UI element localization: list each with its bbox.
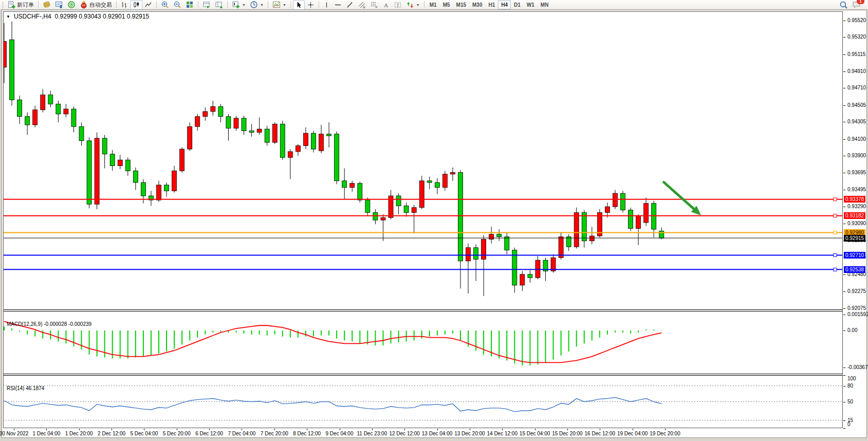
time-tick [665,429,666,430]
bar-chart-button[interactable] [119,0,131,10]
equidistant-channel-button[interactable]: E [356,0,368,10]
macd-label: MACD(12,26,9) -0.000028 -0.000239 [7,321,91,327]
time-tick [177,429,177,430]
market-watch-icon [55,1,63,9]
auto-trading-button[interactable]: 自动交易 [78,0,114,10]
trendline-button[interactable] [344,0,356,10]
axis-tick-label: 0.93495 [847,187,866,192]
fibonacci-letter: F [376,5,378,9]
axis-tick-label: 0.94505 [847,102,866,108]
time-tick-label: 19 Dec 20:00 [650,431,680,436]
search-icon[interactable] [839,1,848,9]
timeframe-h4[interactable]: H4 [498,1,511,9]
time-tick [144,429,144,430]
chart-window: ▼ USDCHF-,H4 0.92999 0.93043 0.92901 0.9… [2,10,867,438]
fibonacci-button[interactable]: F [368,0,380,10]
time-tick [112,429,112,430]
axis-tick [843,21,845,21]
axis-tick [843,37,845,38]
periods-button[interactable]: ▼ [248,0,266,10]
indicators-button[interactable]: ▼ [270,0,288,10]
vertical-line-button[interactable] [321,0,332,10]
timeframe-m15[interactable]: M15 [453,1,469,9]
time-tick-label: 13 Dec 04:00 [422,431,453,436]
toolbar-separator [116,1,117,8]
time-tick-label: 5 Dec 20:00 [163,431,191,436]
time-tick-label: 9 Dec 04:00 [326,431,354,436]
toolbar-separator [198,1,198,8]
candlestick-chart-button[interactable] [131,0,142,10]
timeframe-mn[interactable]: MN [538,1,552,9]
time-tick-label: 11 Dec 23:00 [357,431,387,436]
zoom-in-button[interactable] [159,0,171,10]
time-tick-label: 6 Dec 12:00 [195,431,223,436]
axis-tick [843,105,845,106]
timeframe-w1[interactable]: W1 [524,1,538,9]
zoom-in-icon [161,1,169,9]
timeframe-m5[interactable]: M5 [440,1,453,9]
line-chart-button[interactable] [142,0,154,10]
time-tick [437,429,438,430]
horizontal-line-button[interactable] [332,0,344,10]
toolbar-grip[interactable] [2,2,4,8]
price-axis[interactable]: 0.955200.953200.951150.949100.947100.945… [843,11,866,428]
time-tick-label: 1 Dec 04:00 [32,431,60,436]
notifications-button[interactable]: 1 [852,1,861,9]
axis-tick [843,122,845,122]
timeframe-d1[interactable]: D1 [511,1,524,9]
zoom-out-button[interactable] [171,0,183,10]
axis-tick [843,420,845,421]
time-tick-label: 15 Dec 20:00 [552,431,583,436]
time-tick-label: 16 Dec 12:00 [585,431,616,436]
navigator-button[interactable] [213,0,225,10]
cursor-arrow-icon [295,1,303,9]
time-tick-label: 13 Dec 20:00 [454,431,485,436]
toolbar-right: 1 [839,1,866,9]
crosshair-button[interactable] [305,0,317,10]
time-tick-label: 19 Dec 04:00 [617,431,648,436]
axis-tick-label: 80 [847,383,853,389]
axis-tick-label: 0.001592 [847,311,868,317]
new-chart-button[interactable]: ▼ [230,0,248,10]
price-tag: 0.92915 [844,235,865,242]
history-center-icon [43,1,51,9]
time-tick-label: 1 Dec 20:00 [65,431,93,436]
chart-canvas[interactable] [3,11,843,428]
indicators-icon [272,1,281,9]
market-watch-button[interactable] [53,0,65,10]
tile-windows-button[interactable] [183,0,196,10]
data-window-button[interactable] [200,0,213,10]
crosshair-icon [307,1,315,9]
axis-tick-label: 50 [847,399,853,405]
timeframe-m30[interactable]: M30 [469,1,485,9]
time-axis[interactable]: 30 Nov 20221 Dec 04:001 Dec 20:002 Dec 1… [3,429,843,436]
text-label-button[interactable]: T [392,0,404,10]
signals-button[interactable] [65,0,78,10]
axis-tick [843,139,845,140]
chart-menu-triangle-icon[interactable]: ▼ [6,14,10,19]
time-tick [633,429,633,430]
chart-title: ▼ USDCHF-,H4 0.92999 0.93043 0.92901 0.9… [6,13,149,20]
arrows-button[interactable]: ▼ [404,0,422,10]
time-tick-label: 30 Nov 2022 [0,431,28,436]
axis-tick [843,330,845,331]
timeframe-h1[interactable]: H1 [485,1,498,9]
axis-tick [843,375,845,376]
history-center-button[interactable] [41,0,53,10]
rsi-label: RSI(14) 46.1874 [7,385,44,391]
time-tick-label: 15 Dec 04:00 [520,431,550,436]
text-letter: A [384,2,389,8]
time-tick [567,429,568,430]
chart-ohlc-values: 0.92999 0.93043 0.92901 0.92915 [55,13,150,20]
new-order-button[interactable]: 新订单 [5,0,36,10]
time-tick-label: 7 Dec 20:00 [261,431,288,436]
toolbar-separator [319,1,319,8]
text-icon: A [382,1,390,9]
cursor-button[interactable] [293,0,305,10]
signals-radar-icon [67,1,76,9]
axis-tick [843,402,845,402]
text-button[interactable]: A [380,0,392,10]
toolbar-separator [38,1,39,8]
dropdown-caret-icon: ▼ [283,3,286,7]
timeframe-m1[interactable]: M1 [427,1,440,9]
